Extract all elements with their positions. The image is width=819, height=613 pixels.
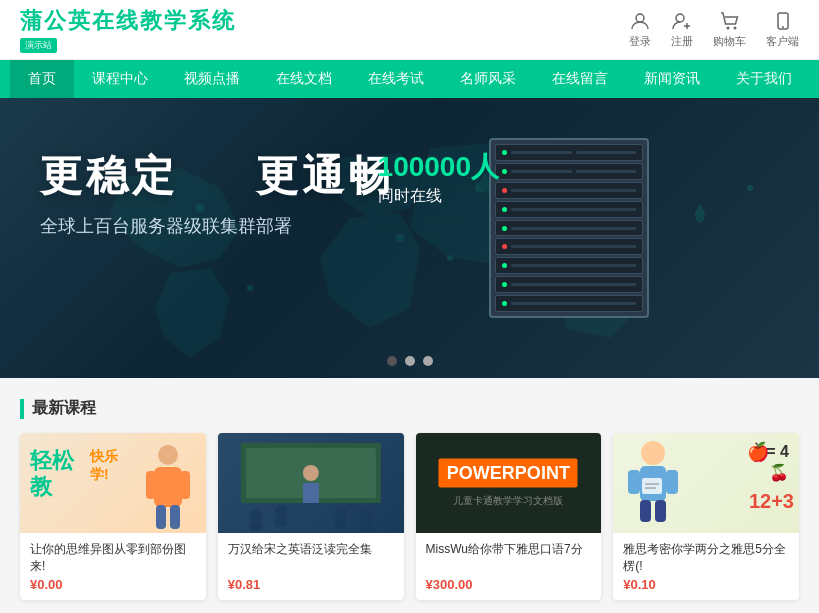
world-map-bg — [0, 98, 819, 378]
login-button[interactable]: 登录 — [629, 10, 651, 49]
course-thumb-3: POWERPOINT 儿童卡通教学学习文档版 — [416, 433, 602, 533]
svg-point-4 — [726, 27, 729, 30]
svg-rect-41 — [335, 519, 347, 529]
server-light — [502, 226, 507, 231]
svg-point-22 — [247, 285, 253, 291]
main-nav: 首页 课程中心 视频点播 在线文档 在线考试 名师风采 在线留言 新闻资讯 关于… — [0, 60, 819, 98]
banner-text-stable: 更稳定 — [40, 152, 178, 199]
svg-point-26 — [158, 445, 178, 465]
thumb3-content: POWERPOINT 儿童卡通教学学习文档版 — [439, 459, 578, 508]
nav-video[interactable]: 视频点播 — [166, 60, 258, 98]
course-card-4[interactable]: = 4 12+3 🍎 🍒 雅思 — [613, 433, 799, 600]
svg-point-19 — [396, 234, 404, 242]
banner-dot-2[interactable] — [405, 356, 415, 366]
course-card-2[interactable]: 万汉给宋之英语泛读完全集 ¥0.81 — [218, 433, 404, 600]
server-light-off — [502, 244, 507, 249]
svg-point-1 — [676, 14, 684, 22]
server-light — [502, 301, 507, 306]
client-label: 客户端 — [766, 34, 799, 49]
nav-docs[interactable]: 在线文档 — [258, 60, 350, 98]
client-button[interactable]: 客户端 — [766, 10, 799, 49]
course-info-2: 万汉给宋之英语泛读完全集 ¥0.81 — [218, 533, 404, 600]
svg-point-7 — [782, 26, 784, 28]
thumb4-apple: 🍎 — [747, 441, 769, 463]
server-light — [502, 169, 507, 174]
svg-rect-28 — [146, 471, 156, 499]
course-card-3[interactable]: POWERPOINT 儿童卡通教学学习文档版 MissWu给你带下雅思口语7分 … — [416, 433, 602, 600]
course-info-1: 让你的思维异图从零到部份图来! ¥0.00 — [20, 533, 206, 600]
svg-point-34 — [303, 465, 319, 481]
classroom-scene — [218, 433, 404, 533]
cart-icon — [719, 10, 741, 32]
svg-rect-35 — [303, 483, 319, 503]
banner-count-number: 100000人 — [378, 148, 499, 186]
nav-news[interactable]: 新闻资讯 — [626, 60, 718, 98]
logo-area: 蒲公英在线教学系统 演示站 — [20, 6, 236, 53]
child-silhouette — [138, 443, 198, 533]
course-title-1: 让你的思维异图从零到部份图来! — [30, 541, 196, 573]
server-light — [502, 282, 507, 287]
course-price-1: ¥0.00 — [30, 577, 196, 592]
course-title-3: MissWu给你带下雅思口语7分 — [426, 541, 592, 573]
cart-button[interactable]: 购物车 — [713, 10, 746, 49]
thumb1-text-big: 轻松教 — [30, 448, 74, 501]
thumb4-nums: 12+3 — [749, 490, 794, 513]
course-price-2: ¥0.81 — [228, 577, 394, 592]
nav-home[interactable]: 首页 — [10, 60, 74, 98]
svg-point-44 — [641, 441, 665, 465]
course-thumb-1: 轻松教 快乐学! — [20, 433, 206, 533]
nav-courses[interactable]: 课程中心 — [74, 60, 166, 98]
svg-point-25 — [747, 185, 753, 191]
register-label: 注册 — [671, 34, 693, 49]
register-icon — [671, 10, 693, 32]
server-unit — [495, 257, 643, 274]
server-rack-image — [489, 138, 689, 338]
banner-dots — [387, 356, 433, 366]
svg-rect-47 — [666, 470, 678, 494]
thumb3-ppt-label: POWERPOINT — [439, 459, 578, 488]
nav-about[interactable]: 关于我们 — [718, 60, 810, 98]
course-thumb-4: = 4 12+3 🍎 🍒 — [613, 433, 799, 533]
server-unit — [495, 238, 643, 255]
banner-main-text: 更稳定 更通畅 — [40, 148, 394, 204]
cart-label: 购物车 — [713, 34, 746, 49]
nav-teachers[interactable]: 名师风采 — [442, 60, 534, 98]
svg-point-0 — [636, 14, 644, 22]
svg-rect-46 — [628, 470, 640, 494]
thumb4-cherry: 🍒 — [769, 463, 789, 482]
logo-badge: 演示站 — [20, 38, 57, 53]
svg-rect-37 — [250, 521, 262, 531]
server-rack — [489, 138, 649, 318]
banner-dot-3[interactable] — [423, 356, 433, 366]
course-info-4: 雅思考密你学两分之雅思5分全楞(! ¥0.10 — [613, 533, 799, 600]
banner-count-sub: 同时在线 — [378, 186, 499, 207]
course-card-1[interactable]: 轻松教 快乐学! 让你的思维异图从零到部份图来! ¥0.00 — [20, 433, 206, 600]
thumb3-sub-text: 儿童卡通教学学习文档版 — [439, 494, 578, 508]
banner: 更稳定 更通畅 全球上百台服务器级联集群部署 100000人 同时在线 — [0, 98, 819, 378]
top-icons: 登录 注册 购物车 客户端 — [629, 10, 799, 49]
server-light-off — [502, 188, 507, 193]
section-title-bar — [20, 399, 24, 419]
server-unit — [495, 144, 643, 161]
banner-dot-1[interactable] — [387, 356, 397, 366]
server-light — [502, 150, 507, 155]
course-info-3: MissWu给你带下雅思口语7分 ¥300.00 — [416, 533, 602, 600]
svg-point-5 — [733, 27, 736, 30]
login-icon — [629, 10, 651, 32]
section-header: 最新课程 — [20, 398, 799, 419]
server-unit — [495, 276, 643, 293]
svg-rect-39 — [275, 517, 287, 527]
student-figure — [618, 438, 688, 528]
svg-rect-49 — [655, 500, 666, 522]
course-thumb-2 — [218, 433, 404, 533]
nav-exam[interactable]: 在线考试 — [350, 60, 442, 98]
banner-count-block: 100000人 同时在线 — [378, 148, 499, 207]
register-button[interactable]: 注册 — [671, 10, 693, 49]
course-price-4: ¥0.10 — [623, 577, 789, 592]
svg-rect-27 — [154, 467, 182, 507]
banner-text-smooth: 更通畅 — [256, 152, 394, 199]
nav-message[interactable]: 在线留言 — [534, 60, 626, 98]
svg-point-20 — [447, 255, 453, 261]
svg-rect-31 — [170, 505, 180, 529]
server-light — [502, 207, 507, 212]
